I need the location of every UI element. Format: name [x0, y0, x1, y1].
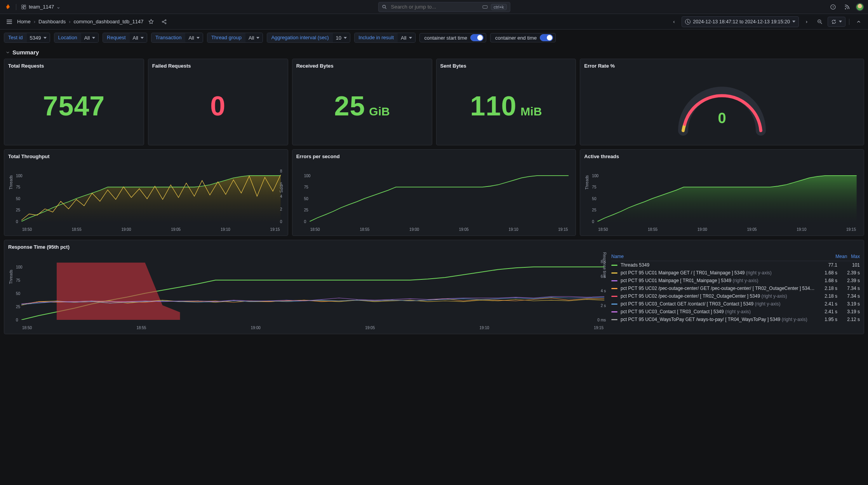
chevron-down-icon	[839, 21, 842, 23]
user-avatar[interactable]	[856, 3, 864, 11]
grafana-logo-icon[interactable]	[4, 3, 12, 11]
shortcut-hint: ctrl+k	[491, 4, 507, 10]
search-input[interactable]	[390, 3, 479, 10]
legend-color-icon	[611, 311, 618, 312]
legend-row[interactable]: pct PCT 95 UC01 Mainpage [ TR01_Mainpage…	[611, 277, 860, 284]
variable-value: All	[249, 35, 254, 41]
svg-text:?: ?	[832, 5, 834, 9]
help-button[interactable]: ?	[828, 2, 838, 12]
legend-series-name: pct PCT 95 UC02 /pec-outage-center/ [ TR…	[621, 293, 815, 299]
search-icon	[382, 4, 387, 10]
svg-rect-0	[22, 5, 24, 7]
keyboard-icon	[482, 4, 488, 10]
legend-row[interactable]: pct PCT 95 UC03_Contact GET /contact/ [ …	[611, 300, 860, 308]
legend-color-icon	[611, 296, 618, 297]
switch-container-start-time[interactable]: container start time	[419, 33, 487, 42]
legend-row[interactable]: pct PCT 95 UC03_Contact [ TR03_Contact ]…	[611, 308, 860, 316]
refresh-icon	[831, 19, 837, 24]
chevron-down-icon	[5, 50, 10, 55]
breadcrumb-dashboards[interactable]: Dashboards	[38, 19, 66, 24]
legend-series-name: pct PCT 95 UC01 Mainpage GET / [ TR01_Ma…	[621, 270, 815, 276]
legend-color-icon	[611, 280, 618, 281]
collapse-button[interactable]	[853, 16, 864, 27]
legend-series-name: Threads 5349	[621, 262, 815, 268]
stat-value: 7547	[43, 91, 105, 122]
switch-label: container start time	[422, 35, 468, 41]
variable-include-in-result[interactable]: Include in result All	[354, 33, 416, 43]
clock-icon	[685, 19, 691, 24]
panel-total-requests: Total Requests 7547	[4, 59, 144, 145]
legend-series-name: pct PCT 95 UC04_WaysToPay GET /ways-to-p…	[621, 317, 815, 322]
legend-series-name: pct PCT 95 UC02 /pec-outage-center/ GET …	[621, 286, 815, 291]
legend-color-icon	[611, 288, 618, 289]
legend-mean: 2.41 s	[818, 309, 837, 314]
row-title: Summary	[12, 49, 39, 56]
legend-row[interactable]: pct PCT 95 UC02 /pec-outage-center/ [ TR…	[611, 292, 860, 300]
chevron-down-icon	[792, 21, 795, 23]
legend-mean: 2.18 s	[818, 293, 837, 299]
panel-failed-requests: Failed Requests 0	[148, 59, 288, 145]
switch-container-end-time[interactable]: container end time	[490, 33, 556, 42]
legend-col-name[interactable]: Name	[611, 254, 831, 259]
variable-location[interactable]: Location All	[54, 33, 99, 43]
rss-icon	[844, 4, 850, 10]
legend-series-name: pct PCT 95 UC01 Mainpage [ TR01_Mainpage…	[621, 278, 815, 283]
legend-col-mean[interactable]: Mean	[835, 254, 847, 259]
variable-value: All	[401, 35, 406, 41]
variable-label: Transaction	[151, 33, 185, 42]
variable-test-id[interactable]: Test id 5349	[4, 33, 50, 43]
row-summary-toggle[interactable]: Summary	[4, 48, 864, 59]
panel-title: Response Time (95th pct)	[8, 244, 860, 250]
chevron-down-icon: ⌄	[56, 4, 61, 10]
menu-toggle-button[interactable]	[4, 16, 15, 27]
variable-thread-group[interactable]: Thread group All	[207, 33, 263, 43]
variable-label: Test id	[4, 33, 27, 42]
share-button[interactable]	[159, 16, 170, 27]
chevron-down-icon	[141, 37, 144, 39]
legend-color-icon	[611, 319, 618, 320]
refresh-button[interactable]	[828, 17, 845, 27]
variable-label: Aggregation interval (sec)	[267, 33, 332, 42]
toggle-icon	[470, 34, 484, 41]
timerange-next[interactable]: ›	[801, 16, 812, 27]
legend-max: 3.19 s	[840, 301, 860, 307]
panel-title: Sent Bytes	[440, 63, 572, 69]
workspace-name: team_1147	[29, 4, 54, 10]
stat-unit: MiB	[520, 105, 542, 118]
legend-color-icon	[611, 272, 618, 274]
svg-point-4	[383, 5, 385, 8]
legend-row[interactable]: pct PCT 95 UC04_WaysToPay GET /ways-to-p…	[611, 316, 860, 323]
panel-title: Errors per second	[296, 154, 572, 159]
workspace-picker[interactable]: team_1147 ⌄	[21, 4, 61, 10]
variable-request[interactable]: Request All	[103, 33, 147, 43]
news-button[interactable]	[842, 2, 852, 12]
timerange-prev[interactable]: ‹	[668, 16, 679, 27]
legend-col-max[interactable]: Max	[851, 254, 860, 259]
star-button[interactable]	[146, 16, 157, 27]
legend-row[interactable]: pct PCT 95 UC01 Mainpage GET / [ TR01_Ma…	[611, 269, 860, 277]
svg-line-5	[385, 7, 386, 9]
time-range-picker[interactable]: 2024-12-13 18:47:12 to 2024-12-13 19:15:…	[682, 16, 799, 27]
share-icon	[161, 19, 167, 25]
variable-value: 5349	[30, 35, 41, 41]
global-search[interactable]: ctrl+k	[378, 2, 510, 12]
panel-total-throughput: Total Throughput Threads RPS 02550751000…	[4, 149, 288, 236]
legend-max: 3.19 s	[840, 309, 860, 314]
legend-row[interactable]: Threads 5349 77.1 101	[611, 261, 860, 269]
legend-row[interactable]: pct PCT 95 UC02 /pec-outage-center/ GET …	[611, 284, 860, 292]
variable-label: Thread group	[207, 33, 245, 42]
variable-aggregation-interval-sec-[interactable]: Aggregation interval (sec) 10	[267, 33, 350, 43]
panel-title: Active threads	[584, 154, 860, 159]
legend-max: 2.39 s	[840, 270, 860, 276]
zoom-out-button[interactable]	[814, 16, 825, 27]
legend-max: 2.39 s	[840, 278, 860, 283]
variable-value: All	[84, 35, 90, 41]
variable-transaction[interactable]: Transaction All	[151, 33, 203, 43]
chevron-down-icon	[344, 37, 347, 39]
panel-active-threads: Active threads Threads 025507510018:5018…	[580, 149, 864, 236]
svg-point-10	[165, 19, 166, 21]
breadcrumb-home[interactable]: Home	[17, 19, 31, 24]
variable-label: Location	[54, 33, 81, 42]
legend-max: 2.12 s	[840, 317, 860, 322]
chevron-down-icon	[197, 37, 200, 39]
